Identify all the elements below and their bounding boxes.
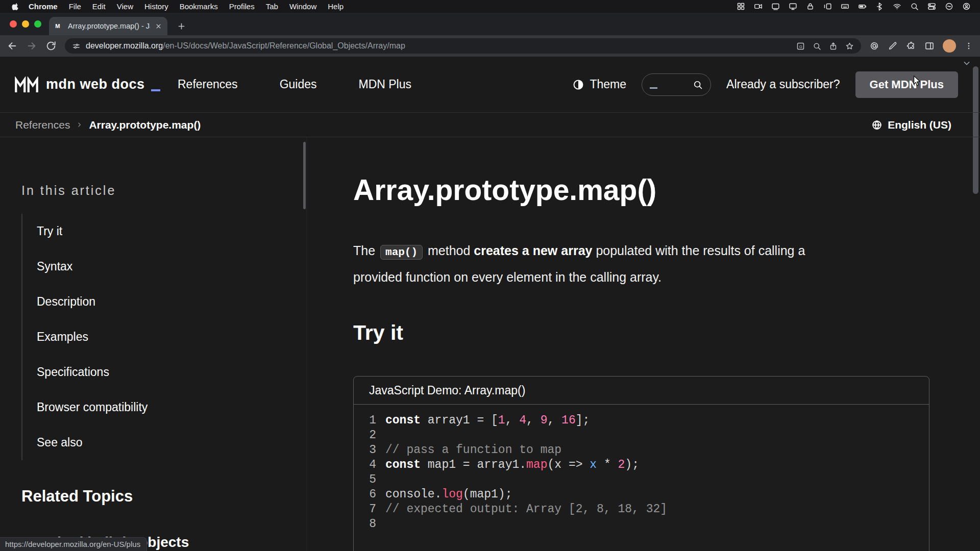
- toc-link-try-it[interactable]: Try it: [22, 214, 148, 249]
- traffic-lights: [10, 20, 41, 28]
- code-text: const map1 = array1.map(x => x * 2);: [382, 458, 639, 472]
- nav-guides[interactable]: Guides: [280, 78, 317, 91]
- mdn-logo[interactable]: mdn web docs: [13, 57, 160, 112]
- toc-link-syntax[interactable]: Syntax: [22, 249, 148, 284]
- code-text: // pass a function to map: [382, 443, 561, 458]
- apple-icon[interactable]: [11, 2, 20, 11]
- code-line[interactable]: 4const map1 = array1.map(x => x * 2);: [354, 458, 929, 472]
- display-icon[interactable]: [789, 2, 797, 11]
- menu-edit[interactable]: Edit: [87, 2, 111, 11]
- line-number: 4: [354, 458, 382, 472]
- code-line[interactable]: 7// expected output: Array [2, 8, 18, 32…: [354, 502, 929, 517]
- bluetooth-icon[interactable]: [875, 2, 884, 11]
- account-icon[interactable]: [962, 2, 971, 11]
- toc-item: Syntax: [22, 249, 148, 284]
- profile-avatar[interactable]: [943, 39, 956, 53]
- toc-link-description[interactable]: Description: [22, 284, 148, 319]
- share-icon[interactable]: [829, 42, 838, 51]
- page-title: Array.prototype.map(): [353, 173, 656, 207]
- toc-link-browser-compatibility[interactable]: Browser compatibility: [22, 390, 148, 425]
- mdn-nav: ReferencesGuidesMDN Plus: [178, 57, 411, 112]
- site-info-icon[interactable]: [72, 42, 81, 51]
- globe-icon: [871, 119, 883, 131]
- nav-references[interactable]: References: [178, 78, 238, 91]
- pen-icon[interactable]: [888, 41, 898, 51]
- side-panel-icon[interactable]: [924, 41, 935, 51]
- menu-profiles[interactable]: Profiles: [224, 2, 260, 11]
- language-switcher[interactable]: English (US): [871, 119, 951, 131]
- menu-view[interactable]: View: [111, 2, 139, 11]
- menu-history[interactable]: History: [139, 2, 174, 11]
- omnibox[interactable]: developer.mozilla.org/en-US/docs/Web/Jav…: [65, 38, 861, 54]
- breadcrumb-current[interactable]: Array.prototype.map(): [89, 119, 201, 131]
- back-icon[interactable]: [7, 40, 18, 52]
- breadcrumb-parent[interactable]: References: [15, 119, 70, 131]
- url-domain: developer.mozilla.org: [86, 41, 163, 50]
- menu-tab[interactable]: Tab: [260, 2, 284, 11]
- code-line[interactable]: 8: [354, 517, 929, 532]
- at-icon[interactable]: [869, 41, 879, 51]
- try-it-heading: Try it: [353, 321, 403, 345]
- puzzle-icon[interactable]: [906, 41, 916, 51]
- menu-bookmarks[interactable]: Bookmarks: [174, 2, 224, 11]
- toc-link-specifications[interactable]: Specifications: [22, 355, 148, 390]
- search-icon[interactable]: [693, 80, 703, 90]
- line-number: 8: [354, 517, 382, 532]
- code-editor[interactable]: 1const array1 = [1, 4, 9, 16];23// pass …: [354, 405, 929, 532]
- forward-icon[interactable]: [26, 40, 37, 52]
- nav-mdn-plus[interactable]: MDN Plus: [359, 78, 412, 91]
- grid-icon[interactable]: [737, 2, 745, 11]
- url-text[interactable]: developer.mozilla.org/en-US/docs/Web/Jav…: [86, 41, 405, 51]
- code-line[interactable]: 5: [354, 472, 929, 487]
- subscriber-link[interactable]: Already a subscriber?: [726, 78, 840, 91]
- bookmark-star-icon[interactable]: [845, 42, 854, 51]
- battery-icon[interactable]: [858, 2, 867, 11]
- menu-chrome[interactable]: Chrome: [23, 2, 63, 11]
- toc-link-examples[interactable]: Examples: [22, 319, 148, 355]
- menu-window[interactable]: Window: [284, 2, 322, 11]
- wifi-icon[interactable]: [893, 2, 901, 11]
- code-line[interactable]: 2: [354, 428, 929, 443]
- mirror-icon[interactable]: [771, 2, 780, 11]
- keyboard-icon[interactable]: [841, 2, 849, 11]
- theme-icon: [572, 79, 584, 91]
- svg-text:G: G: [799, 44, 802, 48]
- toc-link-see-also[interactable]: See also: [22, 425, 148, 460]
- sidebar-scrollbar-thumb[interactable]: [303, 142, 306, 209]
- tab-title: Array.prototype.map() - JavaS: [68, 22, 150, 30]
- tab-close-icon[interactable]: [155, 22, 162, 30]
- theme-toggle[interactable]: Theme: [572, 78, 626, 91]
- search-icon[interactable]: [910, 2, 919, 11]
- intro-bold: creates a new array: [474, 243, 592, 258]
- window-close-button[interactable]: [10, 20, 17, 28]
- control-center-icon[interactable]: [927, 2, 936, 11]
- code-text: [382, 472, 385, 487]
- status-link-preview: https://developer.mozilla.org/en-US/plus: [0, 537, 147, 551]
- code-line[interactable]: 3// pass a function to map: [354, 443, 929, 458]
- interactive-demo: JavaScript Demo: Array.map() 1const arra…: [353, 376, 929, 551]
- lock-icon[interactable]: [806, 2, 815, 11]
- line-number: 6: [354, 487, 382, 502]
- omnibox-action-icons: G: [796, 42, 854, 51]
- code-line[interactable]: 6console.log(map1);: [354, 487, 929, 502]
- window-zoom-button[interactable]: [34, 20, 41, 28]
- window-minimize-button[interactable]: [22, 20, 29, 28]
- mdn-logo-underscore: [151, 89, 160, 91]
- zoom-icon[interactable]: [813, 42, 821, 51]
- stage-manager-icon[interactable]: [823, 2, 832, 11]
- translate-icon[interactable]: G: [796, 42, 805, 51]
- siri-icon[interactable]: [945, 2, 953, 11]
- get-mdn-plus-button[interactable]: Get MDN Plus: [855, 71, 958, 98]
- new-tab-button[interactable]: [177, 21, 186, 31]
- reload-icon[interactable]: [45, 40, 57, 52]
- search-caret: [650, 87, 657, 89]
- kebab-menu-icon[interactable]: [964, 41, 973, 51]
- search-input[interactable]: [642, 73, 711, 96]
- code-line[interactable]: 1const array1 = [1, 4, 9, 16];: [354, 413, 929, 428]
- toc-item: Specifications: [22, 355, 148, 390]
- line-number: 5: [354, 472, 382, 487]
- menu-help[interactable]: Help: [322, 2, 349, 11]
- browser-tab[interactable]: M Array.prototype.map() - JavaS: [49, 17, 167, 35]
- video-icon[interactable]: [754, 2, 763, 11]
- menu-file[interactable]: File: [63, 2, 87, 11]
